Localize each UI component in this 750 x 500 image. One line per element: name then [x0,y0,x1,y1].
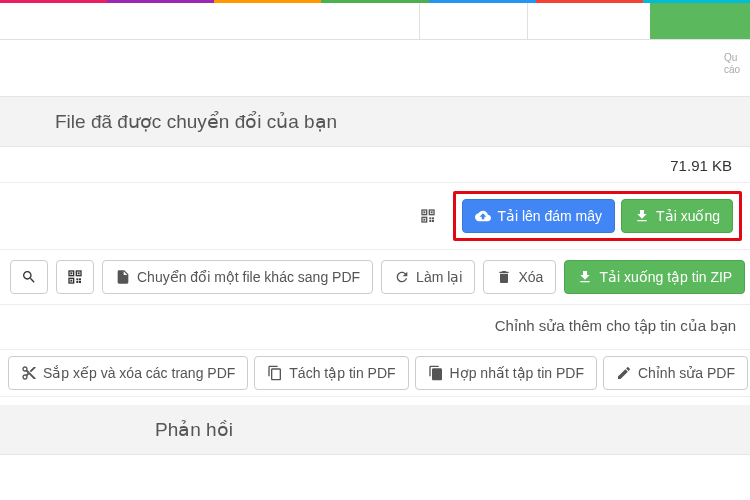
svg-rect-3 [431,211,433,213]
search-button[interactable] [10,260,48,294]
qr-icon [67,269,83,285]
convert-another-label: Chuyển đổi một file khác sang PDF [137,269,360,285]
page-title: File đã được chuyển đổi của bạn [0,96,750,147]
svg-rect-5 [424,219,426,221]
download-zip-label: Tải xuống tập tin ZIP [599,269,732,285]
download-label: Tải xuống [656,208,720,224]
download-icon [634,208,650,224]
upload-cloud-label: Tải lên đám mây [497,208,602,224]
search-icon [21,269,37,285]
download-icon [577,269,593,285]
edit-label: Chỉnh sửa PDF [638,365,735,381]
svg-rect-8 [430,220,432,222]
file-icon [115,269,131,285]
svg-rect-15 [70,280,72,282]
svg-rect-13 [78,272,80,274]
merge-pdf-button[interactable]: Hợp nhất tập tin PDF [415,356,597,390]
edit-icon [616,365,632,381]
feedback-title: Phản hồi [0,405,750,455]
svg-rect-19 [79,281,81,283]
svg-rect-18 [76,281,78,283]
cloud-upload-icon [475,208,491,224]
svg-rect-11 [70,272,72,274]
file-size: 71.91 KB [0,147,750,183]
upload-cloud-button[interactable]: Tải lên đám mây [462,199,615,233]
download-zip-button[interactable]: Tải xuống tập tin ZIP [564,260,745,294]
top-nav-row [0,3,750,40]
svg-rect-7 [432,217,434,219]
edit-pdf-button[interactable]: Chỉnh sửa PDF [603,356,748,390]
delete-button[interactable]: Xóa [483,260,556,294]
trash-icon [496,269,512,285]
merge-icon [428,365,444,381]
sort-delete-label: Sắp xếp và xóa các trang PDF [43,365,235,381]
primary-action-row: Tải lên đám mây Tải xuống [0,183,750,250]
merge-label: Hợp nhất tập tin PDF [450,365,584,381]
svg-rect-17 [79,278,81,280]
convert-another-button[interactable]: Chuyển đổi một file khác sang PDF [102,260,373,294]
svg-rect-6 [430,217,432,219]
edit-subtext: Chỉnh sửa thêm cho tập tin của bạn [0,305,750,349]
svg-rect-1 [424,211,426,213]
top-green-button-edge[interactable] [650,3,750,39]
redo-label: Làm lại [416,269,462,285]
split-pdf-button[interactable]: Tách tập tin PDF [254,356,408,390]
ad-label: Qu cáo [724,52,740,76]
sort-delete-pages-button[interactable]: Sắp xếp và xóa các trang PDF [8,356,248,390]
redo-button[interactable]: Làm lại [381,260,475,294]
toolbar-row: Chuyển đổi một file khác sang PDF Làm lạ… [0,250,750,305]
edit-tools-row: Sắp xếp và xóa các trang PDF Tách tập ti… [0,349,750,397]
svg-rect-9 [432,220,434,222]
download-button[interactable]: Tải xuống [621,199,733,233]
highlighted-actions: Tải lên đám mây Tải xuống [453,191,742,241]
svg-rect-16 [76,278,78,280]
qr-code-button[interactable] [411,199,445,233]
redo-icon [394,269,410,285]
qr-icon [420,208,436,224]
scissors-icon [21,365,37,381]
split-label: Tách tập tin PDF [289,365,395,381]
delete-label: Xóa [518,269,543,285]
qr-code-toolbar-button[interactable] [56,260,94,294]
split-icon [267,365,283,381]
